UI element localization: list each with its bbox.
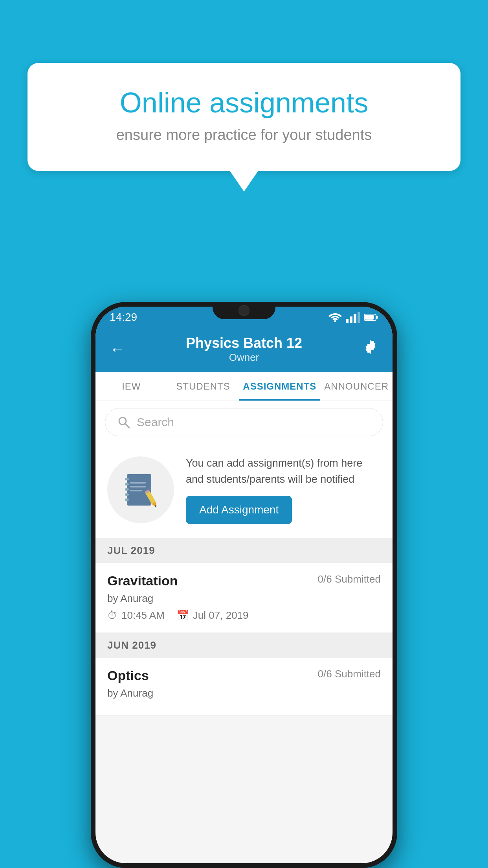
promo-card: You can add assignment(s) from here and … (95, 443, 393, 538)
assignment-by: by Anurag (107, 592, 381, 605)
submitted-badge: 0/6 Submitted (318, 573, 381, 585)
tab-assignments[interactable]: ASSIGNMENTS (239, 372, 320, 401)
promo-icon-circle (107, 456, 174, 523)
svg-rect-11 (125, 498, 129, 501)
header-title: Physics Batch 12 (186, 335, 302, 351)
promo-description: You can add assignment(s) from here and … (186, 455, 381, 487)
speech-bubble: Online assignments ensure more practice … (28, 63, 460, 171)
svg-rect-14 (130, 490, 142, 491)
tab-announcements[interactable]: ANNOUNCER (320, 372, 393, 401)
search-input-text: Search (137, 416, 174, 429)
wifi-icon (328, 313, 342, 322)
assignment-meta: ⏱ 10:45 AM 📅 Jul 07, 2019 (107, 609, 381, 622)
svg-rect-13 (130, 486, 146, 487)
promo-content: You can add assignment(s) from here and … (186, 455, 381, 524)
status-time: 14:29 (110, 311, 137, 324)
month-label-jun: JUN 2019 (107, 639, 156, 651)
svg-rect-7 (125, 478, 129, 480)
assignment-name: Gravitation (107, 573, 178, 588)
phone-camera (238, 305, 250, 316)
gear-icon (363, 340, 378, 355)
assignment-name-optics: Optics (107, 668, 149, 683)
tab-students[interactable]: STUDENTS (167, 372, 239, 401)
svg-point-0 (334, 320, 336, 322)
assignment-by-optics: by Anurag (107, 687, 381, 699)
add-assignment-button[interactable]: Add Assignment (186, 496, 292, 524)
header-center: Physics Batch 12 Owner (186, 335, 302, 364)
content-area: Search (95, 401, 393, 715)
search-bar[interactable]: Search (105, 408, 383, 436)
assignment-item-gravitation[interactable]: Gravitation 0/6 Submitted by Anurag ⏱ 10… (95, 563, 393, 633)
meta-date: 📅 Jul 07, 2019 (176, 609, 249, 622)
bubble-subtitle: ensure more practice for your students (55, 127, 433, 143)
battery-icon (364, 314, 378, 321)
month-section-jul: JUL 2019 (95, 538, 393, 563)
assignment-header-optics: Optics 0/6 Submitted (107, 668, 381, 683)
tab-iew[interactable]: IEW (95, 372, 167, 401)
search-icon (117, 416, 130, 429)
submitted-badge-optics: 0/6 Submitted (318, 668, 381, 680)
clock-icon: ⏱ (107, 609, 117, 622)
notebook-icon (123, 472, 158, 508)
meta-date-text: Jul 07, 2019 (193, 609, 249, 622)
phone-screen: 14:29 (95, 307, 393, 863)
bubble-title: Online assignments (55, 86, 433, 119)
meta-time: ⏱ 10:45 AM (107, 609, 165, 622)
header-subtitle: Owner (186, 351, 302, 364)
svg-rect-8 (125, 483, 129, 485)
month-label-jul: JUL 2019 (107, 544, 155, 556)
month-section-jun: JUN 2019 (95, 633, 393, 658)
svg-rect-3 (365, 315, 374, 320)
assignment-header: Gravitation 0/6 Submitted (107, 573, 381, 588)
status-icons (328, 312, 378, 323)
svg-rect-2 (376, 316, 378, 319)
phone-wrapper: 14:29 (91, 302, 397, 868)
svg-rect-12 (130, 482, 146, 484)
meta-time-text: 10:45 AM (121, 609, 165, 622)
assignment-item-optics[interactable]: Optics 0/6 Submitted by Anurag (95, 658, 393, 715)
svg-rect-10 (125, 493, 129, 496)
app-header: ← Physics Batch 12 Owner (95, 328, 393, 372)
speech-bubble-container: Online assignments ensure more practice … (28, 63, 460, 171)
phone-notch (213, 302, 275, 319)
phone-outer: 14:29 (91, 302, 397, 868)
search-container: Search (95, 401, 393, 443)
settings-button[interactable] (363, 340, 378, 359)
svg-line-5 (125, 424, 129, 428)
tabs-bar: IEW STUDENTS ASSIGNMENTS ANNOUNCER (95, 372, 393, 401)
svg-rect-9 (125, 488, 129, 491)
signal-bars-icon (346, 312, 360, 323)
back-button[interactable]: ← (110, 340, 125, 358)
calendar-icon: 📅 (176, 609, 189, 622)
